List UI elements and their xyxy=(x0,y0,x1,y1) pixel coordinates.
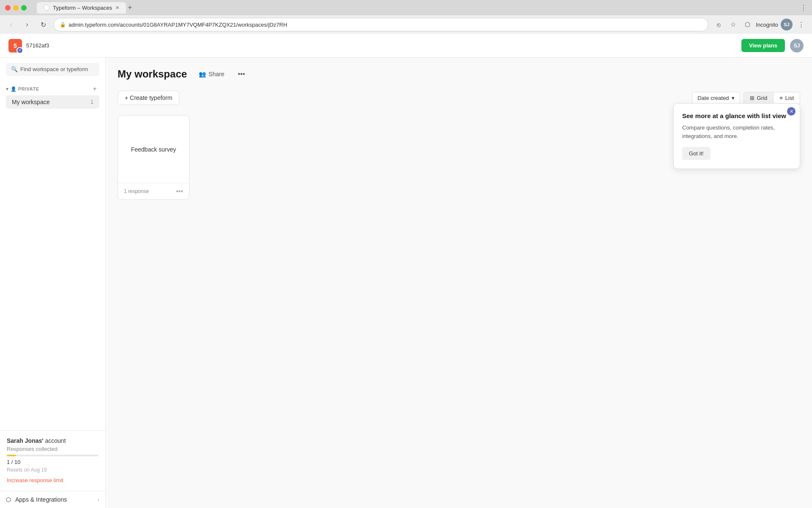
sidebar-search-container: 🔍 Find workspace or typeform xyxy=(0,58,105,81)
grid-label: Grid xyxy=(757,95,768,101)
sidebar: 🔍 Find workspace or typeform ▾ 👤 PRIVATE… xyxy=(0,58,106,508)
grid-icon: ⊞ xyxy=(750,95,754,101)
apps-integrations-item[interactable]: ⬡ Apps & Integrations › xyxy=(0,491,105,508)
reload-button[interactable]: ↻ xyxy=(37,19,49,30)
tooltip-close-button[interactable]: ✕ xyxy=(787,107,796,116)
app-logo[interactable]: 5 ✓ xyxy=(8,39,22,52)
minimize-window-button[interactable] xyxy=(13,5,19,11)
apps-icon: ⬡ xyxy=(6,496,11,503)
menu-icon[interactable]: ⋮ xyxy=(795,19,807,30)
workspace-title: My workspace xyxy=(118,68,187,80)
close-tab-button[interactable]: ✕ xyxy=(115,5,119,11)
app-topbar: 5 ✓ 57162af3 View plans SJ xyxy=(0,34,812,58)
tooltip-got-it-button[interactable]: Got it! xyxy=(682,147,710,160)
responses-label: Responses collected xyxy=(7,446,99,452)
share-button[interactable]: 👥 Share xyxy=(194,68,229,80)
tooltip-body: Compare questions, completion rates, int… xyxy=(682,124,791,140)
main-content: My workspace 👥 Share ••• + Create typefo… xyxy=(106,58,812,508)
share-icon: 👥 xyxy=(199,71,206,77)
view-plans-button[interactable]: View plans xyxy=(741,39,785,52)
sidebar-item-my-workspace[interactable]: My workspace 1 xyxy=(6,95,99,109)
address-bar: ‹ › ↻ 🔒 admin.typeform.com/accounts/01G8… xyxy=(0,15,812,34)
extensions-icon[interactable]: ⬡ xyxy=(741,19,753,30)
share-label: Share xyxy=(208,71,224,77)
private-section-header: ▾ 👤 PRIVATE + xyxy=(6,84,99,94)
incognito-label: Incognito xyxy=(756,22,778,28)
people-icon: 👤 xyxy=(11,86,17,92)
user-avatar[interactable]: SJ xyxy=(790,39,804,52)
sidebar-item-label: My workspace xyxy=(12,99,49,105)
account-name-bold: Sarah Jonas' xyxy=(7,437,44,444)
close-window-button[interactable] xyxy=(5,5,11,11)
search-input[interactable]: 🔍 Find workspace or typeform xyxy=(6,63,99,76)
form-card-body: Feedback survey xyxy=(118,116,189,183)
bookmark-icon[interactable]: ☆ xyxy=(727,19,739,30)
list-label: List xyxy=(785,95,794,101)
grid-view-button[interactable]: ⊞ Grid xyxy=(744,92,774,104)
workspace-actions: 👥 Share ••• xyxy=(194,68,248,80)
responses-count: 1 / 10 xyxy=(7,459,99,465)
form-card[interactable]: Feedback survey 1 response ••• xyxy=(118,115,189,200)
create-typeform-button[interactable]: + Create typeform xyxy=(118,91,179,105)
sidebar-bottom: Sarah Jonas' account Responses collected… xyxy=(0,430,105,491)
form-card-more-button[interactable]: ••• xyxy=(176,188,183,195)
form-card-footer: 1 response ••• xyxy=(118,183,189,199)
tab-favicon xyxy=(44,5,49,11)
ssl-lock-icon: 🔒 xyxy=(60,22,66,28)
apps-integrations-label: Apps & Integrations xyxy=(15,496,67,503)
sidebar-item-count: 1 xyxy=(91,99,93,105)
progress-bar xyxy=(7,455,16,456)
maximize-window-button[interactable] xyxy=(21,5,27,11)
increase-limit-link[interactable]: Increase response limit xyxy=(7,477,63,483)
progress-bar-container xyxy=(7,455,99,456)
url-text: admin.typeform.com/accounts/01G8AYRAP1MY… xyxy=(69,22,287,28)
window-controls: ⋮ xyxy=(800,4,807,12)
tabs-bar: Typeform – Workspaces ✕ + xyxy=(37,2,132,14)
sort-controls: Date created ▾ ⊞ Grid ≡ List xyxy=(692,92,800,104)
app-logo-badge: ✓ xyxy=(16,47,23,54)
more-icon: ••• xyxy=(238,70,245,78)
resets-text: Resets on Aug 19 xyxy=(7,467,99,473)
new-tab-button[interactable]: + xyxy=(128,3,132,12)
app-topbar-right: View plans SJ xyxy=(741,39,804,52)
list-icon: ≡ xyxy=(779,95,783,101)
account-suffix: account xyxy=(45,437,66,444)
browser-tab[interactable]: Typeform – Workspaces ✕ xyxy=(37,2,126,14)
title-bar: Typeform – Workspaces ✕ + ⋮ xyxy=(0,0,812,15)
tab-title: Typeform – Workspaces xyxy=(53,5,112,11)
search-icon: 🔍 xyxy=(11,66,18,72)
form-card-responses: 1 response xyxy=(124,188,149,194)
chevron-down-icon: ▾ xyxy=(732,95,735,101)
account-name: Sarah Jonas' account xyxy=(7,437,99,444)
app-logo-number: 5 xyxy=(14,42,17,49)
traffic-lights xyxy=(5,5,27,11)
workspace-header: My workspace 👥 Share ••• xyxy=(118,68,800,80)
url-bar[interactable]: 🔒 admin.typeform.com/accounts/01G8AYRAP1… xyxy=(53,18,708,31)
list-view-button[interactable]: ≡ List xyxy=(773,92,800,104)
add-workspace-button[interactable]: + xyxy=(90,84,99,94)
search-placeholder: Find workspace or typeform xyxy=(20,66,88,72)
form-card-title: Feedback survey xyxy=(131,146,176,153)
browser-actions: ⎋ ☆ ⬡ Incognito SJ ⋮ xyxy=(713,19,807,30)
forward-button[interactable]: › xyxy=(21,19,33,30)
main-layout: 🔍 Find workspace or typeform ▾ 👤 PRIVATE… xyxy=(0,58,812,508)
more-options-button[interactable]: ••• xyxy=(234,68,248,80)
private-section: ▾ 👤 PRIVATE + My workspace 1 xyxy=(0,81,105,112)
tooltip-title: See more at a glance with list view xyxy=(682,112,791,119)
app-logo-text: 57162af3 xyxy=(26,42,49,49)
tooltip-popup: ✕ See more at a glance with list view Co… xyxy=(673,103,800,169)
view-toggle: ⊞ Grid ≡ List xyxy=(743,92,800,104)
toolbar: + Create typeform Date created ▾ ⊞ Grid … xyxy=(118,91,800,105)
profile-button[interactable]: SJ xyxy=(781,19,793,30)
private-section-title: ▾ 👤 PRIVATE xyxy=(6,86,39,92)
chevron-down-icon: ▾ xyxy=(6,86,9,92)
chevron-right-icon: › xyxy=(97,496,99,503)
date-sort-label: Date created xyxy=(697,95,729,101)
date-sort-button[interactable]: Date created ▾ xyxy=(692,92,740,104)
back-button[interactable]: ‹ xyxy=(5,19,17,30)
cast-icon[interactable]: ⎋ xyxy=(713,19,724,30)
